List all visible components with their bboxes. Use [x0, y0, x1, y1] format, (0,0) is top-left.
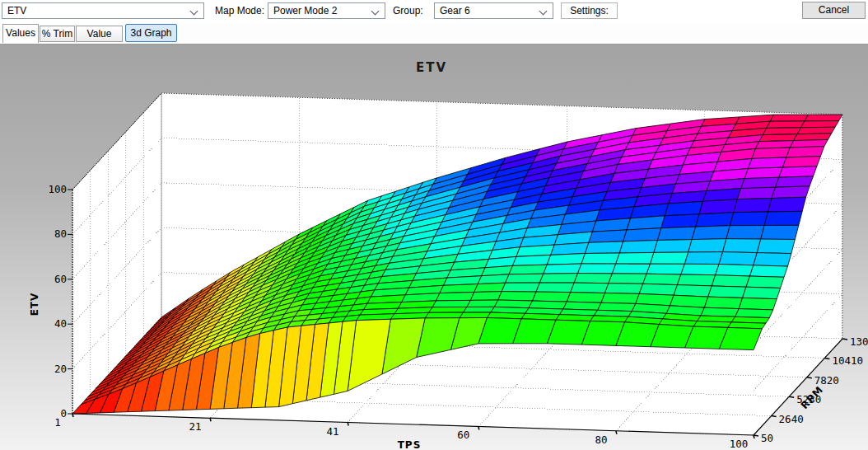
group-label: Group:: [393, 0, 423, 22]
map-mode-combobox[interactable]: Power Mode 2: [268, 2, 385, 19]
svg-text:100: 100: [48, 183, 67, 195]
svg-text:10410: 10410: [832, 354, 863, 367]
svg-text:ETV: ETV: [416, 60, 447, 75]
group-value: Gear 6: [440, 5, 470, 16]
svg-text:13000: 13000: [850, 335, 868, 348]
chevron-down-icon: [371, 7, 380, 16]
svg-text:80: 80: [595, 434, 607, 446]
svg-text:40: 40: [54, 317, 67, 330]
svg-text:0: 0: [60, 407, 67, 420]
tab-percent-trim[interactable]: % Trim: [40, 26, 75, 42]
group-combobox[interactable]: Gear 6: [434, 2, 553, 19]
surface-plot-panel[interactable]: ETV0204060801001214160801005026405230782…: [0, 44, 868, 450]
cancel-button[interactable]: Cancel: [802, 2, 866, 19]
svg-text:20: 20: [54, 363, 67, 375]
settings-button[interactable]: Settings:: [561, 2, 618, 19]
svg-text:60: 60: [457, 429, 469, 441]
svg-text:100: 100: [730, 438, 749, 450]
svg-text:21: 21: [189, 420, 202, 433]
map-mode-label: Map Mode:: [215, 0, 264, 22]
map-select-combobox[interactable]: ETV: [2, 2, 204, 19]
svg-text:80: 80: [54, 227, 67, 240]
tab-values[interactable]: Values: [2, 24, 39, 43]
svg-text:TPS: TPS: [398, 439, 422, 450]
chevron-down-icon: [190, 7, 198, 16]
etv-3d-surface-chart[interactable]: ETV0204060801001214160801005026405230782…: [0, 45, 868, 450]
toolbar: ETV Map Mode: Power Mode 2 Group: Gear 6…: [0, 0, 868, 22]
tab-value-trim[interactable]: Value Trim: [76, 26, 123, 42]
svg-text:60: 60: [54, 273, 67, 285]
map-select-value: ETV: [7, 5, 26, 16]
svg-text:1: 1: [54, 416, 61, 429]
map-mode-value: Power Mode 2: [273, 5, 337, 16]
svg-text:50: 50: [761, 432, 773, 444]
tuning-app-window: ETV Map Mode: Power Mode 2 Group: Gear 6…: [0, 0, 868, 450]
tab-3d-graph[interactable]: 3d Graph: [125, 24, 177, 42]
chevron-down-icon: [539, 7, 548, 16]
svg-text:ETV: ETV: [29, 293, 40, 316]
svg-text:41: 41: [327, 425, 339, 438]
svg-text:2640: 2640: [779, 413, 804, 425]
tab-bar: Values % Trim Value Trim 3d Graph: [0, 22, 868, 44]
